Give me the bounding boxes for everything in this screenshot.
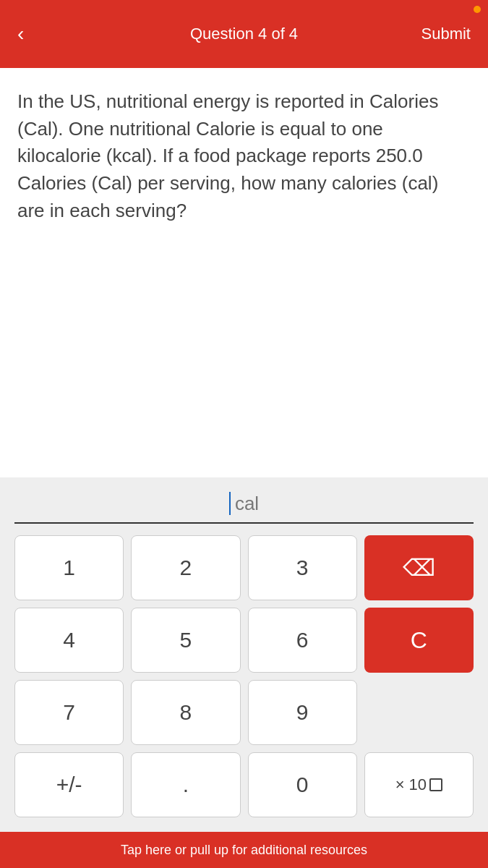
key-decimal[interactable]: .	[131, 752, 240, 817]
key-0[interactable]: 0	[248, 752, 357, 817]
key-1[interactable]: 1	[14, 535, 124, 600]
header: ‹ Question 4 of 4 Submit	[0, 0, 488, 68]
notification-dot	[474, 6, 481, 13]
key-2[interactable]: 2	[131, 535, 240, 600]
key-9[interactable]: 9	[248, 680, 357, 745]
keypad: 1 2 3 ⌫ 4 5 6 C 7 8 9 +/- . 0 × 10	[14, 535, 474, 817]
cursor	[229, 492, 231, 515]
key-6[interactable]: 6	[248, 608, 357, 673]
question-progress: Question 4 of 4	[190, 25, 298, 43]
x10-label: × 10	[395, 775, 427, 794]
key-8[interactable]: 8	[131, 680, 240, 745]
clear-button[interactable]: C	[364, 608, 474, 673]
question-text: In the US, nutritional energy is reporte…	[17, 88, 471, 224]
back-button[interactable]: ‹	[17, 24, 24, 44]
calculator-section: cal 1 2 3 ⌫ 4 5 6 C 7 8 9 +/- . 0 × 10	[0, 477, 488, 832]
empty-cell	[364, 680, 474, 745]
key-3[interactable]: 3	[248, 535, 357, 600]
key-plus-minus[interactable]: +/-	[14, 752, 124, 817]
key-5[interactable]: 5	[131, 608, 240, 673]
delete-icon: ⌫	[403, 554, 435, 582]
delete-button[interactable]: ⌫	[364, 535, 474, 600]
submit-button[interactable]: Submit	[421, 25, 471, 43]
bottom-bar-text: Tap here or pull up for additional resou…	[121, 843, 367, 858]
bottom-bar[interactable]: Tap here or pull up for additional resou…	[0, 832, 488, 868]
clear-icon: C	[411, 627, 427, 654]
key-7[interactable]: 7	[14, 680, 124, 745]
input-display[interactable]: cal	[14, 477, 474, 524]
key-x10[interactable]: × 10	[364, 752, 474, 817]
key-4[interactable]: 4	[14, 608, 124, 673]
x10-exponent-box	[429, 778, 442, 791]
question-area: In the US, nutritional energy is reporte…	[0, 68, 488, 239]
input-unit: cal	[235, 493, 259, 515]
